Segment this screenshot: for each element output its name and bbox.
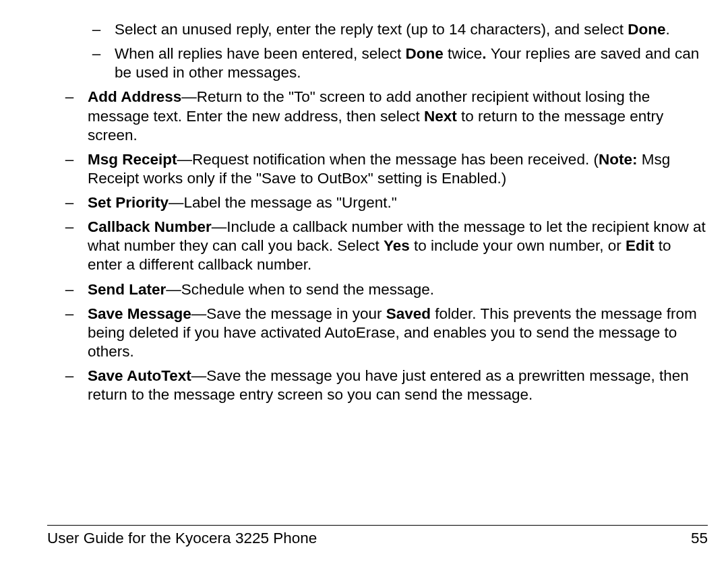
content-area: – Select an unused reply, enter the repl…: [47, 20, 708, 410]
text: Select an unused reply, enter the reply …: [115, 21, 628, 38]
bold-text: Edit: [626, 237, 655, 254]
dash-icon: –: [59, 305, 80, 323]
dash-icon: –: [59, 280, 80, 299]
nested-list: – Select an unused reply, enter the repl…: [47, 20, 708, 82]
list-item: – Save AutoText—Save the message you hav…: [88, 367, 708, 404]
bold-text: Yes: [384, 237, 410, 254]
text: —Save the message in your: [191, 305, 386, 322]
list-item: – Select an unused reply, enter the repl…: [115, 20, 708, 39]
option-name: Callback Number: [88, 218, 212, 235]
text: .: [666, 21, 670, 38]
dash-icon: –: [59, 218, 80, 237]
option-list: – Add Address—Return to the "To" screen …: [47, 88, 708, 404]
option-name: Save AutoText: [88, 367, 191, 384]
option-name: Save Message: [88, 305, 191, 322]
text: —Label the message as "Urgent.": [169, 194, 397, 211]
bold-text: Next: [424, 108, 457, 125]
dash-icon: –: [59, 88, 80, 106]
list-item: – Set Priority—Label the message as "Urg…: [88, 193, 708, 212]
dash-icon: –: [59, 150, 80, 169]
list-item: – When all replies have been entered, se…: [115, 44, 708, 82]
text: to include your own number, or: [410, 237, 626, 254]
page-footer: User Guide for the Kyocera 3225 Phone 55: [47, 525, 708, 547]
list-item: – Send Later—Schedule when to send the m…: [88, 280, 708, 299]
text: —Request notification when the message h…: [177, 151, 599, 168]
bold-text: Done: [628, 21, 665, 38]
dash-icon: –: [59, 367, 80, 385]
text: —Schedule when to send the message.: [166, 281, 434, 298]
list-item: – Msg Receipt—Request notification when …: [88, 150, 708, 188]
text: When all replies have been entered, sele…: [115, 45, 406, 62]
page-number: 55: [691, 530, 708, 547]
footer-title: User Guide for the Kyocera 3225 Phone: [47, 530, 317, 547]
dash-icon: –: [86, 44, 107, 63]
list-item: – Save Message—Save the message in your …: [88, 305, 708, 361]
option-name: Set Priority: [88, 194, 169, 211]
page: – Select an unused reply, enter the repl…: [0, 0, 728, 562]
option-name: Msg Receipt: [88, 151, 177, 168]
text: twice: [444, 45, 483, 62]
list-item: – Add Address—Return to the "To" screen …: [88, 88, 708, 144]
option-name: Send Later: [88, 281, 166, 298]
bold-text: Saved: [386, 305, 431, 322]
bold-text: Done: [406, 45, 444, 62]
list-item: – Callback Number—Include a callback num…: [88, 218, 708, 274]
dash-icon: –: [86, 20, 107, 39]
bold-text: .: [482, 45, 491, 62]
bold-text: Note:: [599, 151, 638, 168]
option-name: Add Address: [88, 88, 181, 105]
dash-icon: –: [59, 193, 80, 212]
